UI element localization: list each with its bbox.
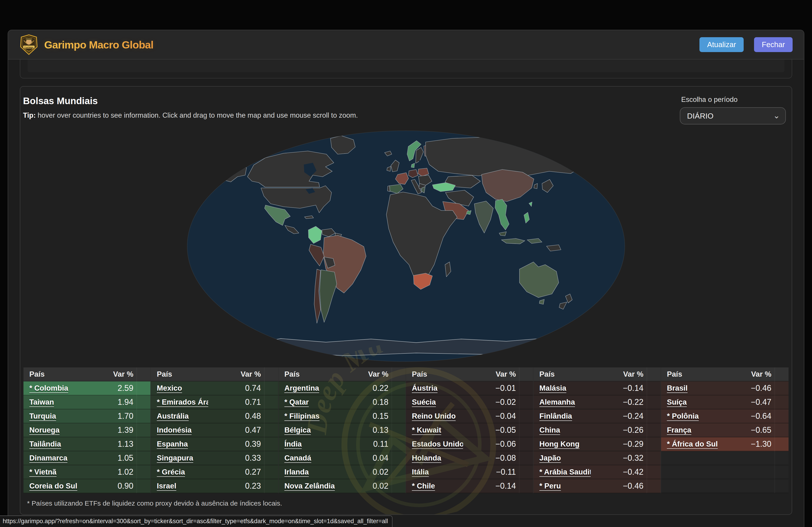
country-link[interactable]: Canadá: [285, 454, 311, 462]
country-link[interactable]: Alemanha: [539, 398, 575, 406]
country-link[interactable]: Áustria: [412, 384, 438, 392]
row-spacer: [264, 437, 278, 451]
country-link[interactable]: Japão: [539, 454, 561, 462]
row-spacer: [647, 479, 661, 493]
country-link[interactable]: Tailândia: [29, 440, 61, 448]
country-link[interactable]: Holanda: [412, 454, 441, 462]
table-header-row: PaísVar %: [278, 367, 406, 381]
country-link[interactable]: * Emirados Ára...: [157, 398, 208, 406]
card-head: Bolsas Mundiais Tip: hover over countrie…: [20, 87, 792, 124]
world-map-svg[interactable]: [186, 129, 626, 363]
country-link[interactable]: Brasil: [667, 384, 688, 392]
var-value: −0.22: [591, 395, 647, 409]
country-link[interactable]: Mexico: [157, 384, 182, 392]
refresh-button[interactable]: Atualizar: [699, 37, 744, 52]
country-link[interactable]: * Arábia Saudita: [539, 468, 591, 476]
period-select[interactable]: DIÁRIO: [680, 107, 786, 124]
country-link[interactable]: Israel: [157, 482, 176, 490]
country-link[interactable]: * Vietnã: [29, 468, 56, 476]
table-row: Itália−0.11: [406, 465, 533, 479]
country-cell: Taiwan: [24, 395, 81, 409]
country-link[interactable]: * Colombia: [29, 384, 68, 392]
country-link[interactable]: Irlanda: [285, 468, 309, 476]
row-spacer: [392, 437, 406, 451]
country-cell: Austrália: [151, 409, 208, 423]
col-header-variation: Var %: [591, 367, 647, 381]
country-link[interactable]: Reino Unido: [412, 412, 455, 420]
country-link[interactable]: China: [539, 426, 560, 434]
country-link[interactable]: Nova Zelândia: [285, 482, 335, 490]
country-cell: * Polônia: [661, 409, 719, 423]
map-region-portugal[interactable]: [388, 186, 390, 192]
country-cell: * Arábia Saudita: [534, 465, 591, 479]
country-link[interactable]: Indonésia: [157, 426, 191, 434]
world-map[interactable]: [20, 127, 792, 365]
table-row: * Qatar0.18: [278, 395, 406, 409]
row-spacer: [136, 479, 150, 493]
country-link[interactable]: * Polônia: [667, 412, 699, 420]
table-row: * Kuwait−0.05: [406, 423, 533, 437]
country-link[interactable]: * Chile: [412, 482, 435, 490]
table-row: Singapura0.33: [151, 451, 278, 465]
country-link[interactable]: Itália: [412, 468, 429, 476]
row-spacer: [392, 423, 406, 437]
country-cell: Tailândia: [24, 437, 81, 451]
country-cell: Hong Kong: [534, 437, 591, 451]
country-link[interactable]: Estados Unidos: [412, 440, 463, 448]
country-cell: * Filipinas: [278, 409, 336, 423]
app-header: Garimpo Garimpo Macro Global Atualizar F…: [8, 30, 804, 60]
country-link[interactable]: Bélgica: [285, 426, 311, 434]
country-link[interactable]: * Qatar: [285, 398, 309, 406]
country-link[interactable]: * Kuwait: [412, 426, 441, 434]
country-link[interactable]: França: [667, 426, 691, 434]
country-link[interactable]: * Peru: [539, 482, 561, 490]
country-link[interactable]: * Grécia: [157, 468, 185, 476]
country-link[interactable]: Hong Kong: [539, 440, 579, 448]
var-value: −0.46: [719, 381, 774, 395]
country-link[interactable]: Suécia: [412, 398, 436, 406]
country-link[interactable]: Índia: [285, 440, 302, 448]
panel-tip: Tip: hover over countries to see informa…: [23, 111, 358, 119]
country-link[interactable]: Taiwan: [29, 398, 54, 406]
table-row: * África do Sul−1.30: [661, 437, 788, 451]
country-link[interactable]: Espanha: [157, 440, 188, 448]
var-value: 0.11: [336, 437, 392, 451]
country-link[interactable]: Argentina: [285, 384, 319, 392]
table-row: Hong Kong−0.29: [534, 437, 661, 451]
row-spacer: [774, 381, 788, 395]
country-cell: Indonésia: [151, 423, 208, 437]
var-value: 0.23: [208, 479, 264, 493]
country-cell: Alemanha: [534, 395, 591, 409]
row-spacer: [647, 409, 661, 423]
row-spacer: [774, 479, 788, 493]
table-header-row: PaísVar %: [24, 367, 150, 381]
var-value: −0.08: [463, 451, 519, 465]
card-head-left: Bolsas Mundiais Tip: hover over countrie…: [23, 95, 358, 119]
country-link[interactable]: Coreia do Sul: [29, 482, 77, 490]
var-value: 0.27: [208, 465, 264, 479]
table-row: França−0.65: [661, 423, 788, 437]
var-value: 1.02: [81, 465, 136, 479]
country-cell: Itália: [406, 465, 463, 479]
row-spacer: [774, 409, 788, 423]
var-value: −0.14: [463, 479, 519, 493]
country-link[interactable]: Noruega: [29, 426, 60, 434]
row-spacer: [264, 423, 278, 437]
country-link[interactable]: * Filipinas: [285, 412, 320, 420]
country-link[interactable]: Malásia: [539, 384, 566, 392]
country-link[interactable]: Turquia: [29, 412, 56, 420]
var-value: 0.13: [336, 423, 392, 437]
country-link[interactable]: Finlândia: [539, 412, 572, 420]
country-link[interactable]: Dinamarca: [29, 454, 68, 462]
country-link[interactable]: * África do Sul: [667, 440, 718, 448]
close-button[interactable]: Fechar: [754, 37, 793, 52]
col-header-variation: Var %: [208, 367, 264, 381]
row-spacer: [136, 465, 150, 479]
country-link[interactable]: Singapura: [157, 454, 193, 462]
country-link[interactable]: Suíça: [667, 398, 687, 406]
row-spacer: [519, 409, 533, 423]
country-cell: Irlanda: [278, 465, 336, 479]
var-value: −0.05: [463, 423, 519, 437]
table-row: Finlândia−0.24: [534, 409, 661, 423]
country-link[interactable]: Austrália: [157, 412, 189, 420]
